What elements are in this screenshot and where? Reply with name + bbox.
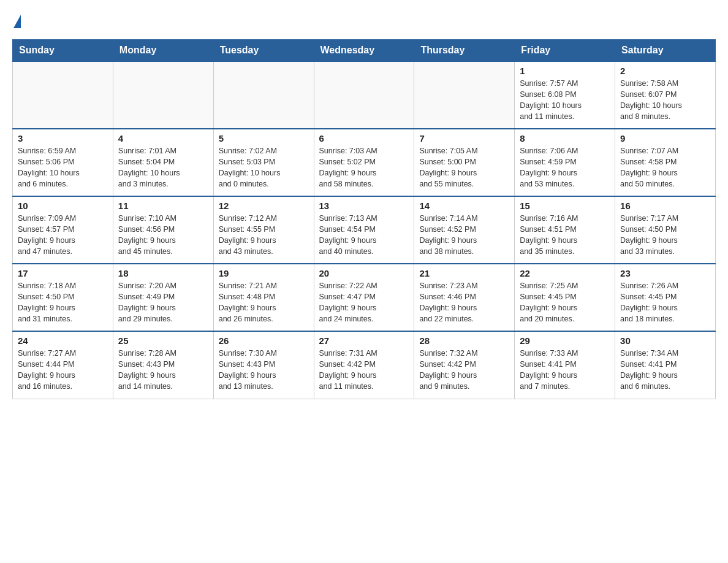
calendar-cell: 14Sunrise: 7:14 AM Sunset: 4:52 PM Dayli… (414, 196, 515, 264)
calendar-cell: 4Sunrise: 7:01 AM Sunset: 5:04 PM Daylig… (113, 129, 213, 196)
calendar-cell: 23Sunrise: 7:26 AM Sunset: 4:45 PM Dayli… (615, 264, 716, 331)
calendar-cell: 13Sunrise: 7:13 AM Sunset: 4:54 PM Dayli… (314, 196, 414, 264)
sun-info: Sunrise: 7:28 AM Sunset: 4:43 PM Dayligh… (118, 348, 208, 393)
sun-info: Sunrise: 7:03 AM Sunset: 5:02 PM Dayligh… (319, 145, 409, 190)
sun-info: Sunrise: 7:14 AM Sunset: 4:52 PM Dayligh… (419, 213, 509, 258)
day-number: 29 (520, 335, 610, 346)
header-friday: Friday (515, 40, 615, 62)
day-number: 1 (520, 66, 610, 76)
sun-info: Sunrise: 7:16 AM Sunset: 4:51 PM Dayligh… (520, 213, 610, 258)
sun-info: Sunrise: 7:57 AM Sunset: 6:08 PM Dayligh… (520, 78, 610, 123)
sun-info: Sunrise: 7:09 AM Sunset: 4:57 PM Dayligh… (18, 213, 108, 258)
week-row-1: 1Sunrise: 7:57 AM Sunset: 6:08 PM Daylig… (13, 61, 716, 129)
sun-info: Sunrise: 7:58 AM Sunset: 6:07 PM Dayligh… (620, 78, 710, 123)
calendar-cell: 26Sunrise: 7:30 AM Sunset: 4:43 PM Dayli… (213, 331, 314, 399)
week-row-4: 17Sunrise: 7:18 AM Sunset: 4:50 PM Dayli… (13, 264, 716, 331)
logo-triangle-icon (13, 15, 21, 28)
calendar-cell: 5Sunrise: 7:02 AM Sunset: 5:03 PM Daylig… (213, 129, 314, 196)
day-number: 9 (620, 133, 710, 144)
day-number: 19 (219, 268, 309, 278)
header-tuesday: Tuesday (213, 40, 314, 62)
sun-info: Sunrise: 7:01 AM Sunset: 5:04 PM Dayligh… (118, 145, 208, 190)
calendar-cell: 18Sunrise: 7:20 AM Sunset: 4:49 PM Dayli… (113, 264, 213, 331)
sun-info: Sunrise: 7:26 AM Sunset: 4:45 PM Dayligh… (620, 280, 710, 325)
sun-info: Sunrise: 7:07 AM Sunset: 4:58 PM Dayligh… (620, 145, 710, 190)
sun-info: Sunrise: 6:59 AM Sunset: 5:06 PM Dayligh… (18, 145, 108, 190)
sun-info: Sunrise: 7:32 AM Sunset: 4:42 PM Dayligh… (419, 348, 509, 393)
day-number: 24 (18, 335, 108, 346)
sun-info: Sunrise: 7:33 AM Sunset: 4:41 PM Dayligh… (520, 348, 610, 393)
sun-info: Sunrise: 7:18 AM Sunset: 4:50 PM Dayligh… (18, 280, 108, 325)
logo (12, 12, 21, 28)
calendar-cell: 21Sunrise: 7:23 AM Sunset: 4:46 PM Dayli… (414, 264, 515, 331)
calendar-cell: 15Sunrise: 7:16 AM Sunset: 4:51 PM Dayli… (515, 196, 615, 264)
sun-info: Sunrise: 7:20 AM Sunset: 4:49 PM Dayligh… (118, 280, 208, 325)
page-header (12, 12, 716, 28)
header-saturday: Saturday (615, 40, 716, 62)
week-row-3: 10Sunrise: 7:09 AM Sunset: 4:57 PM Dayli… (13, 196, 716, 264)
calendar-cell: 11Sunrise: 7:10 AM Sunset: 4:56 PM Dayli… (113, 196, 213, 264)
sun-info: Sunrise: 7:27 AM Sunset: 4:44 PM Dayligh… (18, 348, 108, 393)
day-number: 16 (620, 201, 710, 211)
day-number: 13 (319, 201, 409, 211)
calendar-cell (213, 61, 314, 129)
calendar-cell: 27Sunrise: 7:31 AM Sunset: 4:42 PM Dayli… (314, 331, 414, 399)
sun-info: Sunrise: 7:23 AM Sunset: 4:46 PM Dayligh… (419, 280, 509, 325)
calendar-cell: 22Sunrise: 7:25 AM Sunset: 4:45 PM Dayli… (515, 264, 615, 331)
day-number: 5 (219, 133, 309, 144)
sun-info: Sunrise: 7:13 AM Sunset: 4:54 PM Dayligh… (319, 213, 409, 258)
sun-info: Sunrise: 7:10 AM Sunset: 4:56 PM Dayligh… (118, 213, 208, 258)
day-number: 23 (620, 268, 710, 278)
day-number: 18 (118, 268, 208, 278)
calendar-cell: 20Sunrise: 7:22 AM Sunset: 4:47 PM Dayli… (314, 264, 414, 331)
calendar-cell: 3Sunrise: 6:59 AM Sunset: 5:06 PM Daylig… (13, 129, 113, 196)
sun-info: Sunrise: 7:25 AM Sunset: 4:45 PM Dayligh… (520, 280, 610, 325)
sun-info: Sunrise: 7:21 AM Sunset: 4:48 PM Dayligh… (219, 280, 309, 325)
calendar-cell: 24Sunrise: 7:27 AM Sunset: 4:44 PM Dayli… (13, 331, 113, 399)
day-number: 28 (419, 335, 509, 346)
sun-info: Sunrise: 7:12 AM Sunset: 4:55 PM Dayligh… (219, 213, 309, 258)
sun-info: Sunrise: 7:05 AM Sunset: 5:00 PM Dayligh… (419, 145, 509, 190)
day-number: 27 (319, 335, 409, 346)
day-number: 6 (319, 133, 409, 144)
calendar-cell (113, 61, 213, 129)
day-number: 3 (18, 133, 108, 144)
calendar-cell: 10Sunrise: 7:09 AM Sunset: 4:57 PM Dayli… (13, 196, 113, 264)
calendar-cell: 28Sunrise: 7:32 AM Sunset: 4:42 PM Dayli… (414, 331, 515, 399)
day-number: 2 (620, 66, 710, 76)
calendar-cell: 17Sunrise: 7:18 AM Sunset: 4:50 PM Dayli… (13, 264, 113, 331)
calendar-cell (314, 61, 414, 129)
calendar-cell: 12Sunrise: 7:12 AM Sunset: 4:55 PM Dayli… (213, 196, 314, 264)
day-number: 21 (419, 268, 509, 278)
day-number: 12 (219, 201, 309, 211)
day-number: 10 (18, 201, 108, 211)
sun-info: Sunrise: 7:31 AM Sunset: 4:42 PM Dayligh… (319, 348, 409, 393)
header-thursday: Thursday (414, 40, 515, 62)
calendar-cell: 8Sunrise: 7:06 AM Sunset: 4:59 PM Daylig… (515, 129, 615, 196)
day-number: 11 (118, 201, 208, 211)
calendar-cell: 29Sunrise: 7:33 AM Sunset: 4:41 PM Dayli… (515, 331, 615, 399)
header-monday: Monday (113, 40, 213, 62)
sun-info: Sunrise: 7:34 AM Sunset: 4:41 PM Dayligh… (620, 348, 710, 393)
day-number: 7 (419, 133, 509, 144)
calendar-cell: 16Sunrise: 7:17 AM Sunset: 4:50 PM Dayli… (615, 196, 716, 264)
day-number: 4 (118, 133, 208, 144)
sun-info: Sunrise: 7:22 AM Sunset: 4:47 PM Dayligh… (319, 280, 409, 325)
day-number: 15 (520, 201, 610, 211)
calendar-cell: 9Sunrise: 7:07 AM Sunset: 4:58 PM Daylig… (615, 129, 716, 196)
calendar-cell: 19Sunrise: 7:21 AM Sunset: 4:48 PM Dayli… (213, 264, 314, 331)
day-number: 30 (620, 335, 710, 346)
sun-info: Sunrise: 7:17 AM Sunset: 4:50 PM Dayligh… (620, 213, 710, 258)
calendar-cell: 1Sunrise: 7:57 AM Sunset: 6:08 PM Daylig… (515, 61, 615, 129)
calendar-cell: 30Sunrise: 7:34 AM Sunset: 4:41 PM Dayli… (615, 331, 716, 399)
calendar-cell (13, 61, 113, 129)
sun-info: Sunrise: 7:02 AM Sunset: 5:03 PM Dayligh… (219, 145, 309, 190)
week-row-2: 3Sunrise: 6:59 AM Sunset: 5:06 PM Daylig… (13, 129, 716, 196)
week-row-5: 24Sunrise: 7:27 AM Sunset: 4:44 PM Dayli… (13, 331, 716, 399)
calendar-cell: 6Sunrise: 7:03 AM Sunset: 5:02 PM Daylig… (314, 129, 414, 196)
day-number: 22 (520, 268, 610, 278)
day-number: 25 (118, 335, 208, 346)
sun-info: Sunrise: 7:30 AM Sunset: 4:43 PM Dayligh… (219, 348, 309, 393)
day-number: 8 (520, 133, 610, 144)
calendar-cell: 7Sunrise: 7:05 AM Sunset: 5:00 PM Daylig… (414, 129, 515, 196)
